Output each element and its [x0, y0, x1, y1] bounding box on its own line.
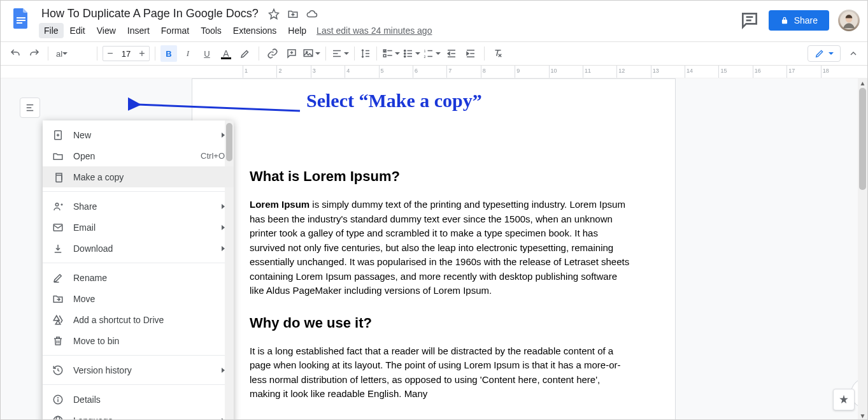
image-button[interactable]	[302, 48, 320, 59]
undo-icon[interactable]	[7, 45, 24, 62]
cloud-status-icon[interactable]	[306, 8, 318, 20]
edit-mode-button[interactable]	[808, 45, 841, 62]
font-size-control: − 17 +	[103, 46, 150, 61]
trash-icon	[52, 335, 64, 347]
paragraph-style-select[interactable]: al	[53, 46, 92, 61]
menu-item-label: Add a shortcut to Drive	[73, 315, 164, 325]
svg-point-22	[404, 53, 406, 54]
svg-point-58	[56, 416, 60, 420]
submenu-arrow-icon	[222, 204, 225, 209]
file-menu-add-a-shortcut-to-drive[interactable]: Add a shortcut to Drive	[43, 309, 234, 330]
move-folder-icon[interactable]	[287, 8, 299, 20]
menu-item-label: Download	[73, 243, 113, 254]
menu-format[interactable]: Format	[156, 23, 194, 38]
document-outline-button[interactable]	[20, 98, 40, 118]
explore-button[interactable]	[833, 389, 855, 410]
redo-icon[interactable]	[26, 45, 43, 62]
copy-icon	[52, 171, 64, 184]
star-icon[interactable]	[267, 8, 280, 20]
menu-item-label: Version history	[73, 365, 132, 375]
document-page[interactable]: What is Lorem Ipsum? Lorem Ipsum is simp…	[192, 78, 676, 420]
chevron-down-icon	[436, 52, 441, 55]
horizontal-ruler[interactable]: 123456789101112131415161718	[1, 66, 867, 78]
font-size-increase[interactable]: +	[135, 47, 149, 61]
indent-increase-button[interactable]	[462, 45, 479, 62]
file-menu-new[interactable]: New	[43, 124, 234, 145]
menu-view[interactable]: View	[92, 23, 121, 38]
file-menu-details[interactable]: Details	[43, 389, 234, 410]
bold-button[interactable]: B	[160, 45, 177, 62]
document-title[interactable]: How To Duplicate A Page In Google Docs?	[39, 6, 261, 22]
download-icon	[52, 242, 64, 255]
separator	[484, 47, 485, 61]
numbered-list-button[interactable]: 12	[423, 48, 441, 59]
heading-2: Why do we use it?	[250, 315, 630, 331]
avatar-face-icon	[840, 11, 858, 29]
account-avatar[interactable]	[838, 10, 860, 31]
docs-logo[interactable]	[8, 6, 34, 31]
menu-insert[interactable]: Insert	[122, 23, 155, 38]
move-icon	[52, 293, 64, 305]
file-menu-make-a-copy[interactable]: Make a copy	[43, 166, 234, 187]
menu-separator	[43, 191, 234, 192]
italic-button[interactable]: I	[180, 45, 196, 62]
plus-doc-icon	[52, 129, 64, 141]
menu-help[interactable]: Help	[283, 23, 311, 38]
bullet-list-button[interactable]	[402, 48, 420, 59]
share-button[interactable]: Share	[769, 10, 829, 31]
menu-item-label: Language	[73, 416, 113, 421]
vertical-scrollbar[interactable]: ▲▼	[858, 78, 867, 420]
file-menu-move-to-bin[interactable]: Move to bin	[43, 330, 234, 351]
text-color-button[interactable]: A	[218, 45, 234, 62]
align-button[interactable]	[331, 48, 349, 59]
folder-open-icon	[52, 150, 64, 163]
submenu-arrow-icon	[222, 418, 225, 421]
svg-rect-0	[17, 17, 25, 18]
person-add-icon	[52, 200, 64, 213]
chevron-down-icon	[829, 52, 834, 55]
history-icon	[52, 364, 64, 377]
svg-rect-19	[383, 55, 386, 57]
menu-item-label: New	[73, 130, 91, 140]
chevron-down-icon	[344, 52, 349, 55]
separator	[48, 47, 48, 61]
file-menu-share[interactable]: Share	[43, 196, 234, 217]
menu-item-label: Email	[73, 222, 96, 233]
hide-menus-button[interactable]	[846, 46, 861, 61]
menu-item-label: Make a copy	[73, 172, 124, 182]
separator	[354, 47, 355, 61]
menu-edit[interactable]: Edit	[65, 23, 90, 38]
file-menu-version-history[interactable]: Version history	[43, 359, 234, 380]
file-menu-open[interactable]: OpenCtrl+O	[43, 145, 234, 166]
submenu-arrow-icon	[222, 368, 225, 373]
file-menu-email[interactable]: Email	[43, 217, 234, 238]
paragraph-2: It is a long established fact that a rea…	[250, 344, 630, 402]
file-menu-move[interactable]: Move	[43, 288, 234, 309]
menu-item-label: Details	[73, 395, 101, 405]
last-edit-link[interactable]: Last edit was 24 minutes ago	[317, 25, 432, 36]
checklist-button[interactable]	[382, 48, 400, 59]
svg-text:2: 2	[424, 55, 426, 59]
font-size-decrease[interactable]: −	[103, 47, 117, 61]
comment-button[interactable]	[283, 45, 300, 62]
menu-tools[interactable]: Tools	[196, 23, 227, 38]
file-menu-rename[interactable]: Rename	[43, 267, 234, 288]
indent-decrease-button[interactable]	[443, 45, 460, 62]
underline-button[interactable]: U	[199, 45, 215, 62]
menu-file[interactable]: File	[39, 23, 64, 38]
menu-extensions[interactable]: Extensions	[228, 23, 281, 38]
file-menu-language[interactable]: Language	[43, 410, 234, 420]
file-menu-download[interactable]: Download	[43, 238, 234, 259]
clear-formatting-button[interactable]	[490, 45, 506, 62]
line-spacing-button[interactable]	[360, 48, 371, 59]
info-icon	[52, 393, 64, 406]
chevron-down-icon	[62, 52, 68, 55]
highlight-button[interactable]	[237, 45, 253, 62]
title-area: How To Duplicate A Page In Google Docs? …	[39, 6, 739, 38]
link-button[interactable]	[264, 45, 281, 62]
svg-rect-2	[17, 22, 22, 24]
font-size-value[interactable]: 17	[117, 49, 135, 59]
comments-history-icon[interactable]	[739, 10, 760, 31]
toolbar: al − 17 + B I U A 12	[1, 41, 867, 66]
menu-item-label: Move	[73, 294, 95, 304]
